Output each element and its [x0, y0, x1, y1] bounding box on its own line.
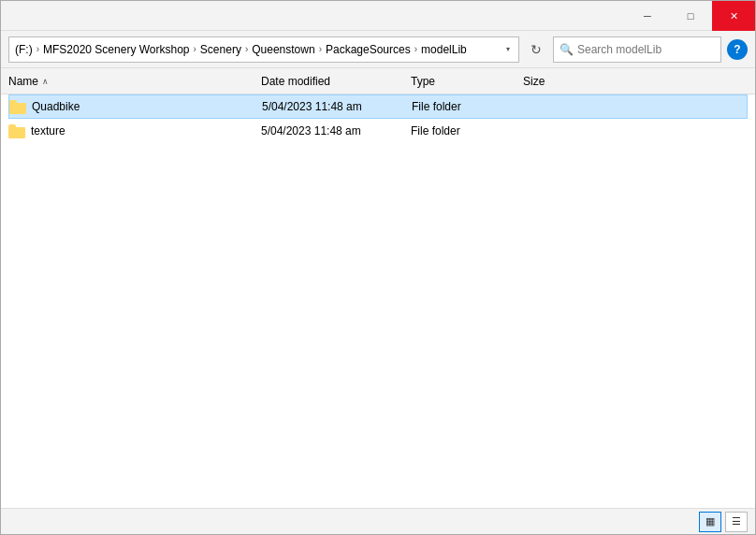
col-header-size[interactable]: Size: [523, 75, 598, 88]
breadcrumb-sep-2: ›: [245, 44, 248, 54]
folder-icon: [9, 99, 26, 114]
breadcrumb-queenstown[interactable]: Queenstown: [250, 43, 316, 56]
window: ─ □ ✕ (F:) › MFS2020 Scenery Workshop › …: [0, 0, 756, 535]
file-list: Quadbike 5/04/2023 11:48 am File folder …: [1, 94, 755, 508]
folder-icon: [8, 123, 25, 138]
title-bar-controls: ─ □ ✕: [626, 1, 755, 30]
col-header-type[interactable]: Type: [411, 75, 523, 88]
chevron-down-icon: ▾: [506, 45, 510, 53]
col-type-label: Type: [411, 75, 435, 88]
maximize-button[interactable]: □: [669, 1, 712, 31]
breadcrumb-drive[interactable]: (F:): [13, 43, 35, 56]
search-box: 🔍: [553, 36, 721, 63]
breadcrumb-packagesources[interactable]: PackageSources: [324, 43, 413, 56]
file-name-label: texture: [31, 124, 65, 137]
table-row[interactable]: Quadbike 5/04/2023 11:48 am File folder: [8, 94, 748, 119]
status-bar: ▦ ☰: [1, 508, 755, 534]
breadcrumb-sep-0: ›: [36, 44, 39, 54]
breadcrumb-sep-4: ›: [414, 44, 417, 54]
breadcrumb-workshop[interactable]: MFS2020 Scenery Workshop: [41, 43, 192, 56]
search-icon: 🔍: [560, 43, 574, 56]
breadcrumb-container: (F:) › MFS2020 Scenery Workshop › Scener…: [8, 36, 519, 63]
file-date-cell: 5/04/2023 11:48 am: [262, 100, 412, 113]
col-size-label: Size: [523, 75, 545, 88]
sort-arrow-icon: ∧: [42, 77, 49, 86]
minimize-button[interactable]: ─: [626, 1, 669, 31]
file-name-cell: texture: [8, 123, 261, 138]
file-name-cell: Quadbike: [9, 99, 262, 114]
breadcrumb-scenery[interactable]: Scenery: [198, 43, 243, 56]
help-button[interactable]: ?: [727, 39, 748, 60]
title-bar: ─ □ ✕: [1, 1, 755, 31]
file-date-cell: 5/04/2023 11:48 am: [261, 124, 411, 137]
breadcrumb-modellib[interactable]: modelLib: [419, 43, 469, 56]
address-bar-row: (F:) › MFS2020 Scenery Workshop › Scener…: [1, 31, 755, 68]
search-input[interactable]: [577, 43, 715, 56]
file-type-cell: File folder: [411, 124, 523, 137]
file-name-label: Quadbike: [32, 100, 80, 113]
breadcrumb-sep-3: ›: [319, 44, 322, 54]
col-name-label: Name: [8, 75, 38, 88]
col-header-date[interactable]: Date modified: [261, 75, 411, 88]
breadcrumb-dropdown-button[interactable]: ▾: [502, 37, 515, 62]
col-date-label: Date modified: [261, 75, 330, 88]
column-headers: Name ∧ Date modified Type Size: [1, 68, 755, 94]
breadcrumb-sep-1: ›: [194, 44, 196, 54]
view-details-button[interactable]: ☰: [725, 512, 748, 532]
col-header-name[interactable]: Name ∧: [8, 75, 261, 88]
table-row[interactable]: texture 5/04/2023 11:48 am File folder: [8, 119, 748, 143]
refresh-button[interactable]: ↻: [523, 36, 549, 63]
view-list-button[interactable]: ▦: [699, 512, 721, 532]
file-type-cell: File folder: [412, 100, 524, 113]
close-button[interactable]: ✕: [712, 1, 755, 31]
